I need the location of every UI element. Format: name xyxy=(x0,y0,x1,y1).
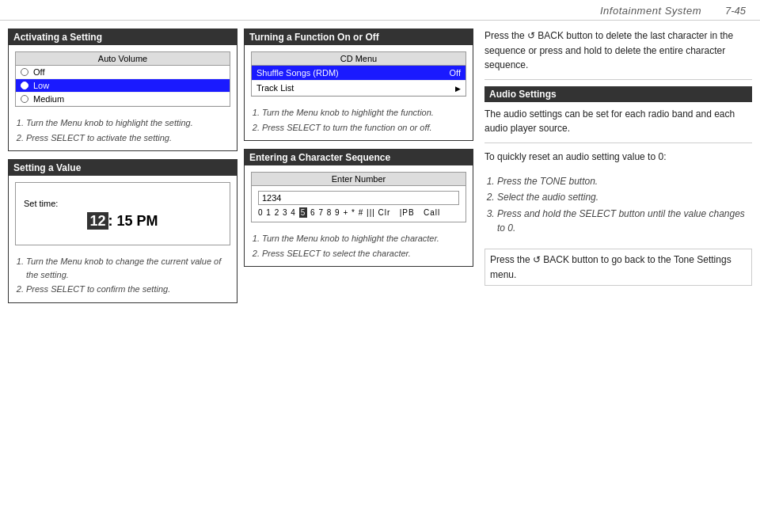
menu-label-low: Low xyxy=(33,81,49,90)
activating-step-1: Turn the Menu knob to highlight the sett… xyxy=(26,116,230,130)
time-rest: : 15 PM xyxy=(108,213,158,229)
shuffle-label: Shuffle Songs (RDM) xyxy=(256,68,339,78)
page-number: 7-45 xyxy=(725,5,746,17)
radio-low xyxy=(21,82,28,89)
menu-sim-title: Auto Volume xyxy=(16,52,230,66)
function-sim-title: CD Menu xyxy=(252,52,466,66)
function-row-tracklist: Track List xyxy=(252,81,466,96)
audio-settings-title: Audio Settings xyxy=(484,86,752,102)
audio-settings-para: The audio settings can be set for each r… xyxy=(484,107,752,143)
main-content: Activating a Setting Auto Volume Off Low… xyxy=(0,21,760,529)
right-column: Press the ↺ BACK button to delete the la… xyxy=(480,28,752,521)
left-column: Activating a Setting Auto Volume Off Low… xyxy=(8,28,238,521)
turning-function-section: Turning a Function On or Off CD Menu Shu… xyxy=(244,28,473,141)
reset-instructions: Press the TONE button. Select the audio … xyxy=(484,174,752,238)
function-sim: CD Menu Shuffle Songs (RDM) Off Track Li… xyxy=(251,51,466,97)
char-keys: 0 1 2 3 4 5 6 7 8 9 + * # |||‍ Clr |PB C… xyxy=(258,208,459,217)
function-step-2: Press SELECT to turn the function on or … xyxy=(262,121,466,135)
char-step-1: Turn the Menu knob to highlight the char… xyxy=(262,232,466,245)
menu-row-medium: Medium xyxy=(16,93,230,106)
menu-label-off: Off xyxy=(33,67,44,77)
menu-row-off: Off xyxy=(16,66,230,79)
back-button-para1: Press the ↺ BACK button to delete the la… xyxy=(484,28,752,80)
setting-value-title: Setting a Value xyxy=(9,160,237,176)
char-input-field: 1234 xyxy=(258,191,459,205)
radio-medium xyxy=(21,95,28,103)
back-button-para2: Press the ↺ BACK button to go back to th… xyxy=(484,249,752,286)
menu-row-low: Low xyxy=(16,79,230,93)
set-time-label: Set time: xyxy=(24,199,222,208)
menu-label-medium: Medium xyxy=(33,94,64,104)
value-step-2: Press SELECT to confirm the setting. xyxy=(26,283,230,296)
char-sim-menu-title: Enter Number xyxy=(252,173,466,186)
reset-para: To quickly reset an audio setting value … xyxy=(484,150,752,169)
char-sequence-title: Entering a Character Sequence xyxy=(245,150,473,165)
setting-value-section: Setting a Value Set time: 12: 15 PM Turn… xyxy=(8,159,238,303)
time-display: 12: 15 PM xyxy=(24,213,222,230)
activating-setting-title: Activating a Setting xyxy=(9,29,237,45)
section-label: Infotainment System xyxy=(600,5,701,17)
char-instructions: Turn the Menu knob to highlight the char… xyxy=(245,229,473,266)
char-sequence-section: Entering a Character Sequence Enter Numb… xyxy=(244,149,473,267)
value-instructions: Turn the Menu knob to change the current… xyxy=(9,252,237,302)
highlighted-key: 5 xyxy=(299,207,308,218)
function-row-shuffle: Shuffle Songs (RDM) Off xyxy=(252,66,466,81)
page-header: Infotainment System 7-45 xyxy=(0,0,760,21)
chevron-right-icon xyxy=(455,83,461,93)
function-step-1: Turn the Menu knob to highlight the func… xyxy=(262,106,466,120)
radio-off xyxy=(21,68,28,76)
middle-column: Turning a Function On or Off CD Menu Shu… xyxy=(244,28,473,521)
reset-step-3: Press and hold the SELECT button until t… xyxy=(497,207,752,236)
activating-setting-section: Activating a Setting Auto Volume Off Low… xyxy=(8,28,238,151)
highlighted-num: 12 xyxy=(87,212,108,230)
value-step-1: Turn the Menu knob to change the current… xyxy=(26,255,230,281)
value-sim: Set time: 12: 15 PM xyxy=(15,182,230,245)
char-step-2: Press SELECT to select the character. xyxy=(262,247,466,260)
function-instructions: Turn the Menu knob to highlight the func… xyxy=(245,103,473,140)
reset-step-2: Select the audio setting. xyxy=(497,190,752,205)
shuffle-value: Off xyxy=(450,68,461,78)
activating-instructions: Turn the Menu knob to highlight the sett… xyxy=(9,113,237,150)
tracklist-label: Track List xyxy=(256,83,294,93)
activating-step-2: Press SELECT to activate the setting. xyxy=(26,131,230,145)
activating-setting-menu: Auto Volume Off Low Medium xyxy=(15,51,230,107)
turning-function-title: Turning a Function On or Off xyxy=(245,29,473,45)
char-sim: Enter Number 1234 0 1 2 3 4 5 6 7 8 9 + … xyxy=(251,172,466,222)
reset-step-1: Press the TONE button. xyxy=(497,174,752,189)
